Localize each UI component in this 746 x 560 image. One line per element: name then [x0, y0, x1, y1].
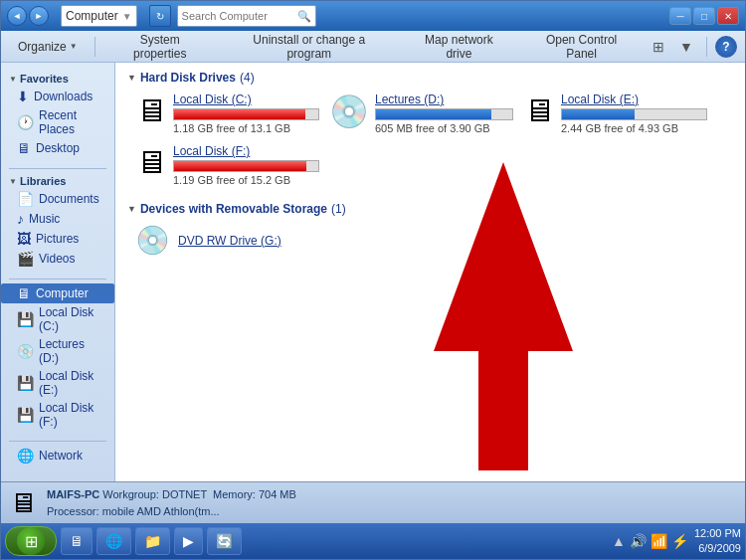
status-processor: Processor: mobile AMD Athlon(tm... [47, 503, 296, 520]
drive-e-info: Local Disk (E:) 2.44 GB free of 4.93 GB [561, 93, 707, 134]
address-text: Computer [66, 9, 118, 23]
sidebar-item-downloads[interactable]: ⬇ Downloads [1, 87, 114, 106]
local-disk-c-label: Local Disk (C:) [39, 305, 106, 333]
drive-e-name[interactable]: Local Disk (E:) [561, 93, 707, 106]
uninstall-button[interactable]: Uninstall or change a program [221, 35, 398, 59]
local-disk-f-label: Local Disk (F:) [39, 401, 106, 429]
libraries-header: ▼ Libraries [1, 173, 114, 189]
search-input[interactable] [182, 10, 297, 22]
recent-places-icon: 🕐 [17, 114, 34, 130]
taskbar: ⊞ 🖥 🌐 📁 ▶ 🔄 ▲ 🔊 📶 ⚡ 12:00 PM [1, 523, 745, 559]
drive-f-name[interactable]: Local Disk (F:) [173, 144, 319, 158]
lectures-d-icon: 💿 [17, 343, 34, 359]
organize-button[interactable]: Organize ▼ [9, 35, 87, 59]
removable-section-header: ▼ Devices with Removable Storage (1) [127, 202, 733, 216]
sidebar-item-recent-places[interactable]: 🕐 Recent Places [1, 106, 114, 138]
taskbar-right: ▲ 🔊 📶 ⚡ 12:00 PM 6/9/2009 [612, 526, 741, 557]
local-disk-f-icon: 💾 [17, 407, 34, 423]
removable-section: ▼ Devices with Removable Storage (1) 💿 D… [127, 202, 733, 257]
music-icon: ♪ [17, 211, 24, 227]
computer-label: Computer [36, 286, 89, 300]
drive-d-bar-container [375, 108, 513, 120]
sidebar-item-local-disk-e[interactable]: 💾 Local Disk (E:) [1, 367, 114, 399]
system-properties-button[interactable]: System properties [103, 35, 217, 59]
drive-f-free: 1.19 GB free of 15.2 GB [173, 174, 319, 186]
desktop-label: Desktop [36, 141, 80, 155]
start-button[interactable]: ⊞ [5, 526, 57, 556]
documents-label: Documents [39, 192, 99, 206]
drive-c-icon: 🖥 [135, 93, 167, 129]
back-button[interactable]: ◄ [7, 6, 27, 26]
tray-volume-icon[interactable]: 🔊 [630, 533, 647, 549]
red-arrow-svg [414, 152, 593, 470]
left-panel: ▼ Favorites ⬇ Downloads 🕐 Recent Places … [1, 63, 115, 481]
sidebar-item-pictures[interactable]: 🖼 Pictures [1, 229, 114, 249]
refresh-button[interactable]: ↻ [149, 5, 171, 27]
nav-divider-3 [9, 441, 106, 442]
open-control-panel-button[interactable]: Open Control Panel [520, 35, 643, 59]
drive-d-free: 605 MB free of 3.90 GB [375, 122, 513, 134]
local-disk-e-icon: 💾 [17, 375, 34, 391]
window-controls: ─ □ ✕ [669, 7, 739, 25]
drive-f-info: Local Disk (F:) 1.19 GB free of 15.2 GB [173, 144, 319, 186]
sidebar-item-local-disk-c[interactable]: 💾 Local Disk (C:) [1, 303, 114, 335]
status-bar: 🖥 MAIFS-PC Workgroup: DOTNET Memory: 704… [1, 481, 745, 523]
drive-c: 🖥 Local Disk (C:) 1.18 GB free of 13.1 G… [135, 93, 319, 134]
tray-power-icon[interactable]: ⚡ [671, 533, 688, 549]
music-label: Music [29, 212, 60, 226]
drive-e: 🖥 Local Disk (E:) 2.44 GB free of 4.93 G… [523, 93, 707, 134]
forward-button[interactable]: ► [29, 6, 49, 26]
clock: 12:00 PM 6/9/2009 [694, 526, 741, 557]
sidebar-item-videos[interactable]: 🎬 Videos [1, 249, 114, 269]
videos-label: Videos [39, 252, 75, 266]
title-bar-left: ◄ ► Computer ▼ ↻ 🔍 [7, 5, 316, 27]
taskbar-app-icon: 🔄 [216, 533, 233, 549]
maximize-button[interactable]: □ [693, 7, 715, 25]
search-box[interactable]: 🔍 [177, 5, 316, 27]
network-icon: 🌐 [17, 448, 34, 464]
view-dropdown-button[interactable]: ▼ [674, 35, 698, 59]
drive-d-name[interactable]: Lectures (D:) [375, 93, 513, 106]
hard-disk-count: (4) [240, 71, 255, 85]
drive-d-bar [376, 109, 491, 119]
taskbar-item-app[interactable]: 🔄 [207, 527, 242, 555]
dvd-drive-name[interactable]: DVD RW Drive (G:) [178, 234, 281, 248]
view-separator [706, 37, 707, 57]
sidebar-item-desktop[interactable]: 🖥 Desktop [1, 138, 114, 158]
sidebar-item-network[interactable]: 🌐 Network [1, 446, 114, 466]
drive-f: 🖥 Local Disk (F:) 1.19 GB free of 15.2 G… [135, 144, 319, 186]
sidebar-item-lectures-d[interactable]: 💿 Lectures (D:) [1, 335, 114, 367]
drive-c-bar [174, 109, 305, 119]
drive-f-icon: 🖥 [135, 144, 167, 181]
hard-disk-section-header: ▼ Hard Disk Drives (4) [127, 71, 733, 85]
desktop-icon: 🖥 [17, 140, 31, 156]
drive-e-icon: 🖥 [523, 93, 555, 129]
network-label: Network [39, 449, 83, 463]
drive-c-name[interactable]: Local Disk (C:) [173, 93, 319, 106]
drive-d-info: Lectures (D:) 605 MB free of 3.90 GB [375, 93, 513, 134]
clock-time: 12:00 PM [694, 526, 741, 541]
main-area: ▼ Favorites ⬇ Downloads 🕐 Recent Places … [1, 63, 745, 481]
sidebar-item-local-disk-f[interactable]: 💾 Local Disk (F:) [1, 399, 114, 431]
close-button[interactable]: ✕ [717, 7, 739, 25]
local-disk-e-label: Local Disk (E:) [39, 369, 106, 397]
map-network-button[interactable]: Map network drive [402, 35, 517, 59]
taskbar-item-explorer[interactable]: 📁 [135, 527, 170, 555]
sidebar-item-computer[interactable]: 🖥 Computer [1, 283, 114, 303]
sidebar-item-documents[interactable]: 📄 Documents [1, 189, 114, 209]
tray-network-icon[interactable]: 📶 [651, 533, 667, 549]
taskbar-item-ie[interactable]: 🌐 [96, 527, 131, 555]
favorites-header: ▼ Favorites [1, 71, 114, 87]
hard-disk-title: Hard Disk Drives [140, 71, 236, 85]
address-bar[interactable]: Computer ▼ [61, 5, 137, 27]
sidebar-item-music[interactable]: ♪ Music [1, 209, 114, 229]
favorites-label: Favorites [20, 73, 69, 85]
taskbar-item-media[interactable]: ▶ [174, 527, 203, 555]
help-button[interactable]: ? [715, 36, 737, 58]
minimize-button[interactable]: ─ [669, 7, 691, 25]
nav-buttons: ◄ ► [7, 6, 49, 26]
drive-e-bar [562, 109, 635, 119]
hard-disk-collapse-icon: ▼ [127, 73, 136, 83]
taskbar-item-computer[interactable]: 🖥 [61, 527, 93, 555]
view-options-button[interactable]: ⊞ [647, 35, 670, 59]
